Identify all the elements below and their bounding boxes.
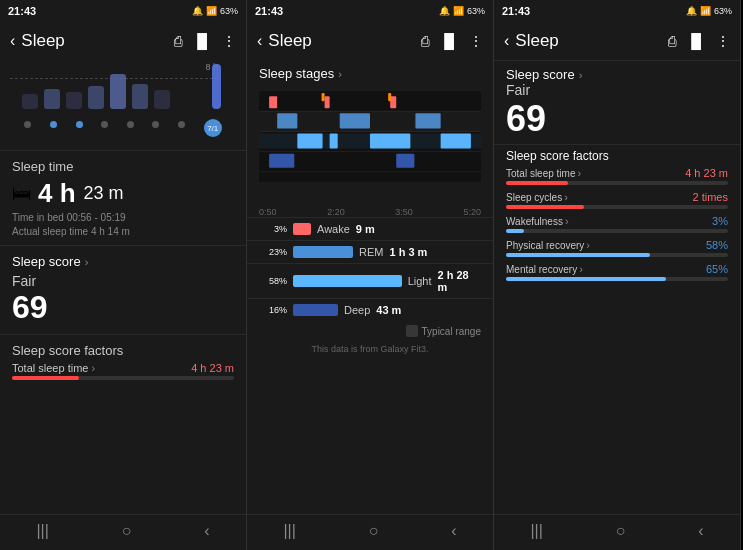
svg-rect-1 [44, 89, 60, 109]
status-time-3: 21:43 [502, 5, 530, 17]
sleep-stages-label: Sleep stages [259, 66, 334, 81]
factor-arrow: › [91, 362, 95, 374]
date-dots-row: 7/1 [10, 119, 236, 137]
factor-4-arrow: › [579, 263, 583, 275]
nav-lines-2[interactable]: ||| [283, 522, 295, 540]
nav-lines-3[interactable]: ||| [530, 522, 542, 540]
factor-physical-recovery-val: 58% [706, 239, 728, 251]
sleep-sub-2: Actual sleep time 4 h 14 m [12, 226, 234, 237]
nav-bar-2: ||| ○ ‹ [247, 514, 493, 550]
factor-total-sleep-fill [12, 376, 79, 380]
sleep-score-label-1: Sleep score [12, 254, 81, 269]
sleep-mins: 23 m [84, 183, 124, 204]
factor-physical-recovery-header: Physical recovery › 58% [506, 239, 728, 251]
factor-wakefulness-label[interactable]: Wakefulness › [506, 215, 569, 227]
svg-rect-4 [110, 74, 126, 109]
dot-71: 7/1 [204, 119, 222, 137]
typical-range-row: Typical range [247, 321, 493, 341]
p3-score-section: Sleep score › Fair 69 [494, 60, 740, 144]
sleep-time-section: Sleep time 🛏 4 h 23 m Time in bed 00:56 … [0, 150, 246, 245]
header-2: ‹ Sleep ⎙ ▐▌ ⋮ [247, 22, 493, 60]
factor-1-fill [506, 205, 584, 209]
nav-home-1[interactable]: ○ [122, 522, 132, 540]
status-bar-1: 21:43 🔔 📶 63% [0, 0, 246, 22]
back-button-1[interactable]: ‹ [10, 32, 15, 50]
more-icon-1[interactable]: ⋮ [222, 33, 236, 49]
battery-icon-2: 63% [467, 6, 485, 16]
header-icons-2: ⎙ ▐▌ ⋮ [421, 33, 483, 49]
svg-rect-28 [388, 93, 391, 101]
stage-light-time: 2 h 28 m [438, 269, 481, 293]
dot-28 [127, 121, 134, 128]
nav-lines-1[interactable]: ||| [36, 522, 48, 540]
factor-total-sleep-name[interactable]: Total sleep time › [12, 362, 95, 374]
bar-chart-icon-1[interactable]: ▐▌ [192, 33, 212, 49]
stage-deep: 16% Deep 43 m [247, 298, 493, 321]
factor-sleep-cycles-header: Sleep cycles › 2 times [506, 191, 728, 203]
status-icons-2: 🔔 📶 63% [439, 6, 485, 16]
share-icon-2[interactable]: ⎙ [421, 33, 429, 49]
time-label-3: 5:20 [463, 207, 481, 217]
dot-25 [50, 121, 57, 128]
more-icon-2[interactable]: ⋮ [469, 33, 483, 49]
typical-range-icon [406, 325, 418, 337]
svg-rect-27 [322, 93, 325, 101]
factor-mental-recovery-label[interactable]: Mental recovery › [506, 263, 583, 275]
p3-score-link[interactable]: Sleep score › [506, 67, 728, 82]
factor-total-sleep-header-p3: Total sleep time › 4 h 23 m [506, 167, 728, 179]
signal-icon-3: 📶 [700, 6, 711, 16]
factor-2-fill [506, 229, 524, 233]
nav-back-3[interactable]: ‹ [698, 522, 703, 540]
sleep-score-value-1: 69 [12, 289, 234, 326]
chart-time-labels: 0:50 2:20 3:50 5:20 [247, 205, 493, 217]
sleep-score-link-1[interactable]: Sleep score › [12, 254, 234, 269]
factor-total-sleep-val-p3: 4 h 23 m [685, 167, 728, 179]
share-icon-1[interactable]: ⎙ [174, 33, 182, 49]
p3-score-link-label: Sleep score [506, 67, 575, 82]
svg-rect-2 [66, 92, 82, 109]
bar-chart-icon-3[interactable]: ▐▌ [686, 33, 706, 49]
svg-rect-13 [269, 96, 277, 108]
panel-sleep-overview: 21:43 🔔 📶 63% ‹ Sleep ⎙ ▐▌ ⋮ 8 h [0, 0, 247, 550]
share-icon-3[interactable]: ⎙ [668, 33, 676, 49]
nav-back-2[interactable]: ‹ [451, 522, 456, 540]
stage-awake-time: 9 m [356, 223, 375, 235]
nav-home-2[interactable]: ○ [369, 522, 379, 540]
sleep-stages-chart-area [247, 85, 493, 205]
header-icons-1: ⎙ ▐▌ ⋮ [174, 33, 236, 49]
status-icons-3: 🔔 📶 63% [686, 6, 732, 16]
nav-back-1[interactable]: ‹ [204, 522, 209, 540]
stage-rem-bar [293, 246, 353, 258]
factor-sleep-cycles-label[interactable]: Sleep cycles › [506, 191, 568, 203]
status-time-2: 21:43 [255, 5, 283, 17]
p3-factors-section: Sleep score factors Total sleep time › 4… [494, 144, 740, 291]
back-button-3[interactable]: ‹ [504, 32, 509, 50]
back-button-2[interactable]: ‹ [257, 32, 262, 50]
nav-home-3[interactable]: ○ [616, 522, 626, 540]
sleep-stages-title[interactable]: Sleep stages › [247, 60, 493, 85]
factor-total-sleep-label-p3[interactable]: Total sleep time › [506, 167, 581, 179]
time-label-0: 0:50 [259, 207, 277, 217]
factor-physical-recovery-label[interactable]: Physical recovery › [506, 239, 590, 251]
time-label-1: 2:20 [327, 207, 345, 217]
p3-score-arrow: › [579, 69, 583, 81]
battery-icon-3: 63% [714, 6, 732, 16]
more-icon-3[interactable]: ⋮ [716, 33, 730, 49]
factor-1-bar [506, 205, 728, 209]
stage-light-name: Light [408, 275, 432, 287]
factor-4-bar [506, 277, 728, 281]
notification-icon: 🔔 [192, 6, 203, 16]
sleep-time-section-title: Sleep time [12, 159, 234, 174]
bar-chart-icon-2[interactable]: ▐▌ [439, 33, 459, 49]
svg-rect-24 [396, 154, 414, 168]
stage-deep-pct: 16% [259, 305, 287, 315]
panel-sleep-stages: 21:43 🔔 📶 63% ‹ Sleep ⎙ ▐▌ ⋮ Sleep stage… [247, 0, 494, 550]
factor-mental-recovery: Mental recovery › 65% [506, 263, 728, 281]
page-title-1: Sleep [21, 31, 168, 51]
sleep-bar-chart-svg [10, 64, 236, 114]
sleep-stages-svg [259, 89, 481, 184]
status-icons-1: 🔔 📶 63% [192, 6, 238, 16]
status-bar-3: 21:43 🔔 📶 63% [494, 0, 740, 22]
dot-27 [101, 121, 108, 128]
sleep-graph-area: 8 h 7/1 [0, 60, 246, 150]
